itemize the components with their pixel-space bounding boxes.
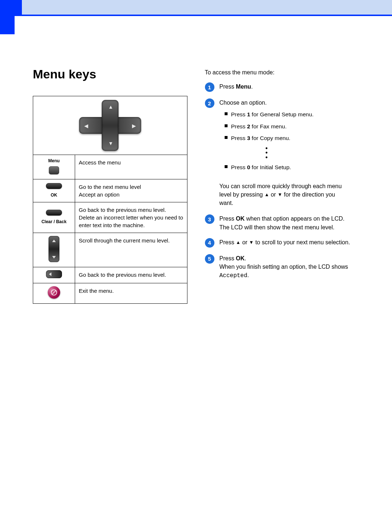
clear-button-desc: Go back to the previous menu level. Dele…	[75, 202, 187, 233]
step-3: 3 Press OK when that option appears on t…	[205, 214, 360, 231]
step-1-pre: Press	[220, 84, 236, 90]
step-2: 2 Choose an option. Press 1 for General …	[205, 98, 360, 175]
step-5: 5 Press OK. When you finish setting an o…	[205, 254, 360, 280]
step-num-4: 4	[205, 238, 214, 248]
step-num-2: 2	[205, 98, 214, 108]
stop-exit-icon	[48, 286, 60, 299]
up-arrow-icon: ▲	[264, 191, 269, 198]
step-2-bullet-1: Press 1 for General Setup menu.	[225, 110, 314, 119]
header-stripe-light	[22, 0, 392, 15]
down-arrow-icon: ▼	[108, 140, 113, 147]
ok-button-desc: Go to the next menu level Accept an opti…	[75, 179, 187, 202]
left-button-icon	[46, 270, 62, 278]
step-num-3: 3	[205, 214, 214, 224]
up-arrow-icon: ▲	[108, 104, 113, 111]
step-2-text: Choose an option.	[220, 100, 267, 106]
dpad-icon: ▲ ▼ ◀ ▶	[79, 100, 141, 151]
header-stripe-accent	[0, 0, 22, 15]
clear-button-icon	[46, 210, 62, 215]
step-1: 1 Press Menu.	[205, 82, 360, 92]
menu-button-label: Menu	[35, 158, 73, 164]
left-button-desc: Go back to the previous menu level.	[75, 267, 187, 283]
step-2-bullet-4: Press 0 for Initial Setup.	[225, 163, 314, 171]
left-column: Menu keys ▲ ▼ ◀ ▶	[33, 53, 187, 304]
scroll-note: You can scroll more quickly through each…	[220, 182, 344, 207]
right-arrow-icon: ▶	[132, 123, 136, 130]
ok-button-label: OK	[35, 192, 73, 198]
step-4: 4 Press ▲ or ▼ to scroll to your next me…	[205, 238, 360, 248]
step-1-bold: Menu	[236, 84, 251, 90]
header-stripe	[0, 0, 392, 15]
right-column: To access the menu mode: 1 Press Menu. 2…	[205, 53, 360, 304]
stop-exit-desc: Exit the menu.	[75, 283, 187, 303]
ok-button-icon	[46, 183, 62, 189]
step-num-5: 5	[205, 254, 214, 264]
down-arrow-icon: ▼	[277, 191, 282, 198]
svg-line-1	[52, 291, 56, 294]
up-arrow-icon: ▲	[236, 239, 241, 246]
left-arrow-icon: ◀	[84, 123, 88, 130]
down-arrow-icon: ▼	[249, 239, 254, 246]
clear-button-label: Clear / Back	[35, 219, 73, 225]
vertical-dots-icon: •••	[220, 146, 314, 160]
menu-button-desc: Access the menu	[75, 155, 187, 179]
step-2-bullet-3: Press 3 for Copy menu.	[225, 134, 314, 142]
step-num-1: 1	[205, 82, 214, 92]
updown-desc: Scroll through the current menu level.	[75, 233, 187, 267]
menu-keys-table: ▲ ▼ ◀ ▶ Menu Access the menu	[33, 96, 187, 304]
page-title: Menu keys	[33, 67, 187, 81]
step-1-suffix: .	[251, 84, 253, 90]
step-2-bullet-2: Press 2 for Fax menu.	[225, 123, 314, 131]
intro-text: To access the menu mode:	[205, 53, 360, 76]
updown-icon	[48, 236, 59, 262]
accepted-code: Accepted	[220, 272, 248, 279]
menu-button-icon	[49, 166, 59, 174]
